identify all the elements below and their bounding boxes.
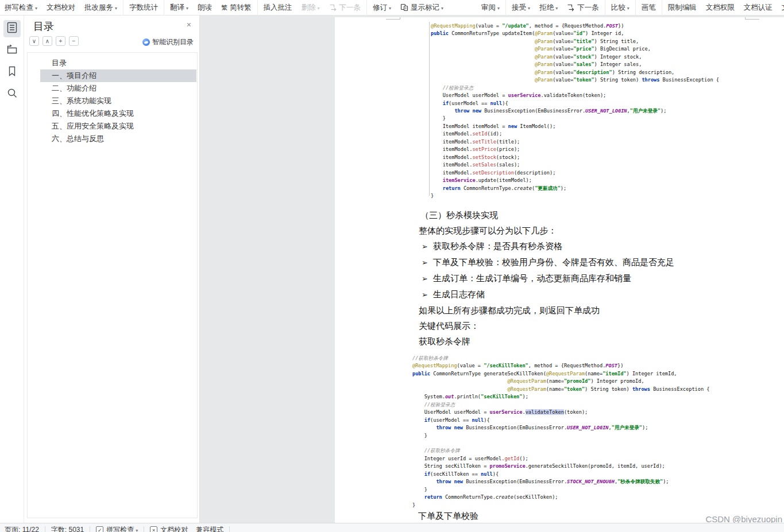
text-line: 生成订单：生成订单编号，动态更新商品库存和销量 [433, 273, 631, 283]
checkbox-checked-icon: ✓ [96, 526, 103, 532]
toolbar-button-ink[interactable]: 画笔 [637, 0, 661, 15]
expand-level-button[interactable]: + [56, 36, 65, 46]
toolbar-divider [605, 0, 605, 15]
toolbar-button-show-markup[interactable]: 显示标记▾ [396, 0, 448, 15]
toc-item[interactable]: 三、系统功能实现 [40, 95, 196, 107]
show-markup-icon [400, 3, 408, 11]
code-line [412, 440, 709, 447]
code-line: public CommonReturnType generateSecKillT… [412, 370, 709, 378]
search-icon [6, 87, 18, 102]
toolbar-button-review-mode[interactable]: 审阅▾ [477, 0, 504, 15]
toolbar-button-insert-comment[interactable]: 插入批注 [259, 0, 297, 15]
document-page[interactable]: @RequestMapping(value = "/update", metho… [335, 17, 784, 523]
collapse-all-button[interactable]: ∧ [43, 36, 52, 46]
toolbar-button-label: 审阅 [481, 3, 496, 13]
toolbar-button-label: 下一条 [339, 3, 361, 13]
rail-button-bookmark[interactable] [3, 64, 21, 81]
rail-button-outline[interactable] [3, 20, 21, 37]
toc-toolbar: ∨∧+− [29, 36, 79, 46]
compat-mode-indicator[interactable]: 兼容模式 [196, 525, 223, 532]
toolbar-button-simplified-to-traditional[interactable]: 繁简转繁 [217, 0, 256, 15]
toolbar-divider [505, 0, 506, 15]
toolbar-button-label: 删除 [302, 3, 316, 13]
toolbar-button-correction-service[interactable]: 批改服务▾ [80, 0, 122, 15]
text-line: 关键代码展示： [419, 321, 479, 331]
code-line: @Param(value="price") BigDecimal price, [431, 45, 719, 53]
collapse-level-button[interactable]: − [69, 36, 79, 46]
toolbar-button-accept[interactable]: 接受▾ [507, 0, 535, 15]
chevron-down-icon: ▾ [441, 6, 443, 11]
outline-icon [6, 21, 18, 36]
page-indicator[interactable]: 页面: 11/22 [5, 525, 39, 532]
smart-toc-button[interactable]: 智能识别目录 [142, 37, 194, 47]
proofread-toggle[interactable]: × 文档校对 [150, 525, 188, 532]
code-line: @Param(value="title") String title, [431, 38, 719, 45]
toolbar-button-label: 文档权限 [706, 3, 735, 13]
toc-item[interactable]: 二、功能介绍 [40, 82, 196, 95]
toolbar-button-label: 下一条 [577, 3, 599, 13]
code-line: //获取秒杀令牌 [412, 355, 709, 362]
code-line: @Param(value="sales") Integer sales, [431, 61, 719, 68]
toolbar-button-label: 拒绝 [539, 3, 554, 13]
toolbar-button-next-change[interactable]: 下一条 [562, 0, 604, 15]
statusbar-divider [229, 526, 230, 532]
toolbar-button-doc-proofread[interactable]: 文档校对 [42, 0, 80, 15]
close-icon[interactable]: × [187, 21, 191, 29]
rail-button-search[interactable] [3, 86, 21, 103]
toc-item-label: 六、总结与反思 [52, 134, 104, 144]
toolbar-button-label: 接受 [512, 3, 526, 13]
toolbar-button-translate[interactable]: 翻译▾ [165, 0, 193, 15]
chevron-down-icon: ▾ [186, 6, 188, 11]
bullet-item: ➢下单及下单校验：校验用户身份、令牌是否有效、商品是否充足 [419, 254, 769, 270]
code-line: //获取秒杀令牌 [412, 447, 709, 455]
code-line: } [412, 432, 709, 440]
code-line: UserModel userModel = userService.valida… [412, 409, 709, 416]
bullet-arrow-icon: ➢ [422, 258, 428, 267]
spell-check-label: 拼写检查 [106, 525, 134, 532]
toolbar-button-reject[interactable]: 拒绝▾ [535, 0, 562, 15]
toolbar-button-restrict-editing[interactable]: 限制编辑 [663, 0, 701, 15]
toolbar-button-label: 画笔 [642, 3, 656, 13]
bullet-arrow-icon: ➢ [422, 242, 428, 251]
code-line: throw new BusinessException(EmBusinessEr… [412, 424, 709, 432]
toc-item[interactable]: 目录 [40, 57, 196, 69]
toc-item[interactable]: 四、性能优化策略及实现 [40, 107, 196, 120]
toc-item[interactable]: 六、总结与反思 [40, 133, 196, 145]
toolbar-button-delete-comment[interactable]: 删除▾ [297, 0, 325, 15]
rail-button-chapter[interactable] [3, 42, 21, 59]
code-line: } [412, 502, 709, 509]
code-line: @RequestMapping(value = "/update", metho… [431, 22, 719, 30]
word-count-indicator[interactable]: 字数: 5031 [51, 525, 84, 532]
chevron-down-icon: ▾ [528, 6, 530, 11]
toolbar-button-compare[interactable]: 比较▾ [607, 0, 634, 15]
toolbar-button-next-comment[interactable]: 下一条 [325, 0, 366, 15]
toolbar-button-doc-certify[interactable]: 文档认证 [739, 0, 777, 15]
text-line: （三）秒杀模块实现 [420, 210, 498, 220]
toc-item-label: 五、应用安全策略及实现 [52, 121, 134, 131]
toc-item[interactable]: 五、应用安全策略及实现 [40, 120, 196, 133]
toolbar-button-word-count[interactable]: 字数统计 [125, 0, 163, 15]
toolbar-button-label: 文 [782, 3, 784, 13]
code-line: throw new BusinessException(EmBusinessEr… [412, 478, 709, 486]
toolbar-button-doc-permission[interactable]: 文档权限 [701, 0, 739, 15]
code-line: @RequestParam(name="promoId") Integer pr… [412, 378, 709, 385]
code-line: itemModel.setId(id); [431, 130, 719, 138]
code-line: if(userModel == null){ [431, 100, 719, 107]
chevron-down-icon: ▾ [389, 6, 391, 11]
spell-check-toggle[interactable]: ✓ 拼写检查 ▾ [96, 525, 138, 532]
code-line: @Param(value="token") String token) thro… [431, 76, 719, 84]
toolbar-button-track-changes[interactable]: 修订▾ [368, 0, 396, 15]
code-line: itemModel.setPrice(price); [431, 146, 719, 153]
toolbar-divider [123, 0, 123, 15]
toolbar-button-read-aloud[interactable]: 朗读 [193, 0, 217, 15]
expand-all-button[interactable]: ∨ [29, 36, 39, 46]
toc-panel-title: 目录 [33, 20, 54, 33]
toolbar-button-doc-truncated[interactable]: 文 [777, 0, 784, 15]
convert-icon: 繁 [221, 5, 227, 11]
smart-toc-label: 智能识别目录 [152, 37, 194, 47]
toc-item[interactable]: 一、项目介绍 [40, 69, 196, 82]
code-line: return CommonReturnType.create("更新成功"); [431, 185, 719, 192]
bottom-heading: 下单及下单校验 [418, 511, 478, 522]
toolbar-button-spell-check[interactable]: 拼写检查▾ [0, 0, 42, 15]
toolbar-button-label: 比较 [611, 3, 625, 13]
